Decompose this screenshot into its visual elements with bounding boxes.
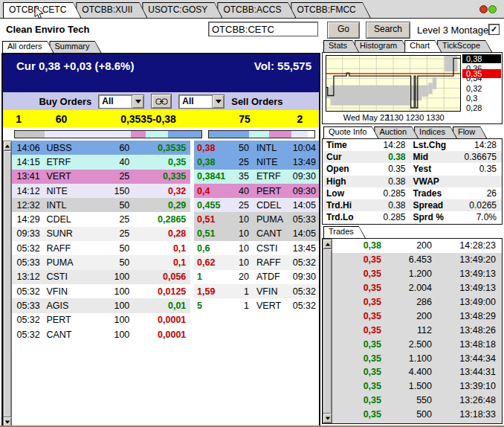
ask-row[interactable]: 120ATDF09:30 <box>194 270 319 284</box>
sell-filter-value: All <box>179 96 212 106</box>
scroll-up-icon[interactable] <box>323 239 332 249</box>
ask-time: 14:05 <box>288 228 319 239</box>
bid-row[interactable]: 05:32PERT1000,0001 <box>12 313 190 327</box>
bid-row[interactable]: 14:06UBSS600,3535 <box>12 141 190 155</box>
bid-row[interactable]: 14:29CDEL250,2865 <box>12 212 190 226</box>
ask-row[interactable]: 0,3825NITE13:49 <box>194 155 319 169</box>
ask-row[interactable]: 51VERT05:32 <box>194 298 319 312</box>
tab-usotc-gosy[interactable]: USOTC:GOSY <box>142 2 222 18</box>
scroll-down-icon[interactable] <box>323 413 332 423</box>
buy-filter-arrow-icon[interactable] <box>132 95 143 108</box>
tab-all-orders[interactable]: All orders <box>2 41 54 53</box>
tab-label: Summary <box>49 41 101 51</box>
bid-row[interactable]: 05:32CANT1000,0001 <box>12 327 190 341</box>
bid-market-maker: NITE <box>42 186 80 196</box>
ask-time: 05:33 <box>288 214 319 225</box>
ask-price: 0,6 <box>194 243 239 254</box>
scroll-thumb[interactable] <box>323 249 332 413</box>
depth-segment <box>209 131 249 138</box>
ask-row[interactable]: 0,440PERT09:30 <box>194 184 319 198</box>
search-button[interactable]: Search <box>366 22 410 39</box>
bid-row[interactable]: 05:33AGIS1000,01 <box>12 298 190 312</box>
trade-rows: 0,3820014:28:230,356.45313:49:200,351.20… <box>332 239 502 423</box>
ask-row[interactable]: 0,610CSTI13:45 <box>194 241 319 255</box>
inside-quote-bar: 1 60 0,3535-0,38 75 2 <box>3 110 319 127</box>
bid-price: 0,056 <box>140 272 190 282</box>
depth-segment <box>249 131 269 138</box>
tab-histogram[interactable]: Histogram <box>355 40 409 52</box>
bid-row[interactable]: 05:32RAFF500,1 <box>12 241 190 255</box>
tab-stats[interactable]: Stats <box>323 40 359 52</box>
mouse-cursor-icon <box>34 6 44 20</box>
tab-tickscope[interactable]: TickScope <box>437 40 492 52</box>
ask-market-maker: CDEL <box>255 200 288 211</box>
tab-flow[interactable]: Flow <box>453 126 487 138</box>
trade-size: 1.500 <box>381 381 439 391</box>
quote-value: 0.38 <box>364 152 407 162</box>
symbol-input[interactable] <box>208 22 318 36</box>
tab-trades[interactable]: Trades <box>323 226 366 238</box>
trade-time: 13:48:26 <box>439 325 502 336</box>
bid-row[interactable]: 09:33SUNR250,28 <box>12 227 190 241</box>
tab-label: Flow <box>453 126 487 136</box>
tab-auction[interactable]: Auction <box>374 126 419 138</box>
ask-row[interactable]: 0,3850INTL10:04 <box>194 141 319 155</box>
bid-price: 0,01 <box>140 301 190 311</box>
bid-row[interactable]: 05:33PUMA500,1 <box>12 255 190 269</box>
ask-row[interactable]: 1,591VFIN05:32 <box>194 284 319 298</box>
order-book: 14:06UBSS600,353514:15ETRF400,3513:41VER… <box>3 141 319 427</box>
sell-filter-dropdown[interactable]: All <box>178 94 224 109</box>
ask-time: 05:32 <box>288 301 319 311</box>
quote-value: 0.0265 <box>455 200 499 211</box>
ask-time: 13:45 <box>288 243 319 254</box>
montage-checkbox[interactable]: ✓ <box>488 24 500 35</box>
scroll-thumb[interactable] <box>3 151 12 417</box>
tab-indices[interactable]: Indices <box>414 126 457 138</box>
ask-row[interactable]: 0,5110PUMA05:33 <box>194 212 319 226</box>
tab-otcbb-fmcc[interactable]: OTCBB:FMCC <box>291 2 370 18</box>
quote-label: Low <box>326 188 364 199</box>
chart-y-tick: 0,3 <box>462 94 501 103</box>
go-button[interactable]: Go <box>327 22 360 39</box>
book-scrollbar[interactable] <box>3 141 12 427</box>
left-panel-tabs: All ordersSummary <box>2 41 97 53</box>
depth-segment <box>146 131 168 138</box>
tab-chart[interactable]: Chart <box>404 40 442 52</box>
bid-row[interactable]: 05:32VFIN1000,0125 <box>12 284 190 298</box>
ask-price: 0,455 <box>194 200 239 211</box>
bid-market-maker: INTL <box>42 200 80 211</box>
sell-filter-arrow-icon[interactable] <box>212 95 224 108</box>
bid-row[interactable]: 12:32INTL500,29 <box>12 198 190 212</box>
buy-filter-dropdown[interactable]: All <box>98 94 144 109</box>
ask-row[interactable]: 0,6210RAFF05:32 <box>194 255 319 269</box>
link-filters-button[interactable] <box>151 94 172 109</box>
green-light[interactable] <box>488 5 497 13</box>
quote-summary-bar: Cur 0,38 +0,03 (+8.6%) Vol: 55,575 <box>3 54 319 92</box>
trade-time: 13:44:34 <box>439 353 502 364</box>
trades-scrollbar[interactable] <box>323 239 332 423</box>
bid-row[interactable]: 13:12CSTI1000,056 <box>12 270 190 284</box>
quote-value: 0.285 <box>364 188 407 199</box>
ask-price: 0,51 <box>194 228 239 239</box>
ask-row[interactable]: 0,45525CDEL14:05 <box>194 198 319 212</box>
ask-row[interactable]: 0,5110CANT14:05 <box>194 227 319 241</box>
ask-market-maker: ATDF <box>255 272 288 282</box>
scroll-up-icon[interactable] <box>3 141 12 151</box>
bid-row[interactable]: 14:15ETRF400,35 <box>12 155 190 169</box>
tab-otcbb-accs[interactable]: OTCBB:ACCS <box>217 2 296 18</box>
bid-row[interactable]: 14:12NITE1500,32 <box>12 184 190 198</box>
trade-row: 0,3820014:28:23 <box>332 239 502 253</box>
bid-row[interactable]: 13:41VERT250,335 <box>12 170 190 184</box>
ask-price: 0,38 <box>194 157 239 167</box>
ask-row[interactable]: 0,384135ETRF09:30 <box>194 170 319 184</box>
ask-size: 40 <box>239 186 255 196</box>
tab-otcbb-xuii[interactable]: OTCBB:XUII <box>76 2 147 18</box>
bid-market-maker: CDEL <box>42 214 80 225</box>
red-light[interactable] <box>479 5 488 13</box>
bid-market-maker: SUNR <box>42 228 80 239</box>
company-name: Clean Enviro Tech <box>6 24 89 35</box>
depth-segment <box>168 131 201 138</box>
trade-row: 0,352.00413:49:13 <box>332 281 502 295</box>
tab-summary[interactable]: Summary <box>49 41 101 53</box>
tab-quote-info[interactable]: Quote Info <box>323 126 378 138</box>
